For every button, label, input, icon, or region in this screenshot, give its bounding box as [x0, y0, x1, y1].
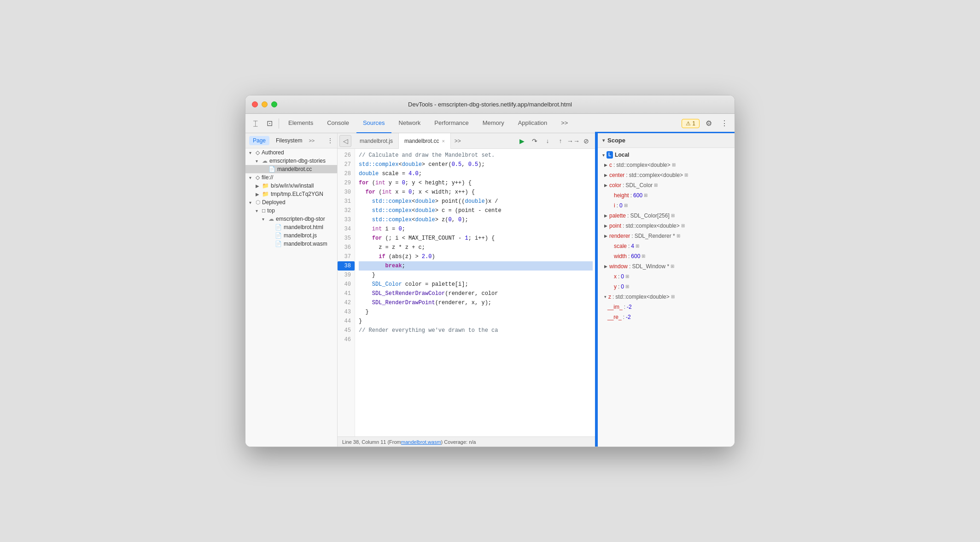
scope-prop-x[interactable]: ▶ x: 0 ⊞ — [598, 271, 735, 282]
tree-authored[interactable]: ▾ ◇ Authored — [245, 148, 337, 157]
tab-network[interactable]: Network — [392, 114, 427, 133]
scope-prop-scale[interactable]: ▶ scale: 4 ⊞ — [598, 241, 735, 251]
close-button[interactable] — [252, 101, 258, 107]
status-text: Line 38, Column 11 (From — [342, 439, 401, 445]
scope-prop-center[interactable]: ▶ center: std::complex<double> ⊞ — [598, 170, 735, 180]
file-tab-cc-close[interactable]: × — [442, 138, 444, 144]
authored-label: Authored — [262, 149, 284, 156]
code-panel: ◁ mandelbrot.js mandelbrot.cc × >> ▶ ↷ ↓… — [338, 133, 596, 447]
file-tab-js[interactable]: mandelbrot.js — [354, 133, 399, 149]
tree-emscripten-deployed[interactable]: ▾ ☁ emscripten-dbg-stor — [245, 215, 337, 223]
js-file-icon: 📄 — [275, 232, 282, 239]
scope-prop-re[interactable]: ▶ __re_: -2 — [598, 312, 735, 322]
line-35: 35 — [338, 234, 355, 243]
renderer-expand-icon: ▶ — [604, 232, 607, 240]
code-line-46: // Render everything we've drawn to the … — [359, 326, 593, 335]
inspect-icon[interactable]: ⌶ — [249, 117, 262, 130]
tab-elements[interactable]: Elements — [282, 114, 320, 133]
authored-icon: ◇ — [256, 149, 260, 156]
tree-emscripten[interactable]: ▾ ☁ emscripten-dbg-stories — [245, 157, 337, 165]
z-type-icon: ⊞ — [671, 293, 675, 301]
code-line-39: } — [359, 271, 593, 280]
deactivate-button[interactable]: ⊘ — [581, 136, 592, 147]
file-tabs-more[interactable]: >> — [451, 138, 465, 144]
tree-mandelbrot-js[interactable]: 📄 mandelbrot.js — [245, 231, 337, 240]
file-arrow-icon: ▾ — [249, 175, 256, 180]
emscripten-deployed-label: emscripten-dbg-stor — [276, 216, 325, 222]
scope-prop-window[interactable]: ▶ window: SDL_Window * ⊞ — [598, 261, 735, 271]
step-button[interactable]: →→ — [568, 136, 579, 147]
scope-prop-c[interactable]: ▶ c: std::complex<double> ⊞ — [598, 160, 735, 170]
line-38[interactable]: 38 — [338, 261, 355, 271]
device-icon[interactable]: ⊡ — [263, 117, 276, 130]
scope-prop-height[interactable]: ▶ height: 600 ⊞ — [598, 190, 735, 200]
tree-bswir[interactable]: ▶ 📁 b/s/w/ir/x/w/install — [245, 182, 337, 190]
width-type-icon: ⊞ — [642, 252, 645, 260]
minimize-button[interactable] — [262, 101, 268, 107]
scope-prop-point[interactable]: ▶ point: std::complex<double> ⊞ — [598, 221, 735, 231]
tree-top[interactable]: ▾ □ top — [245, 206, 337, 215]
c-type-icon: ⊞ — [672, 161, 676, 169]
maximize-button[interactable] — [271, 101, 277, 107]
scope-prop-im[interactable]: ▶ __im_: -2 — [598, 302, 735, 312]
more-tabs-button[interactable]: >> — [554, 114, 574, 133]
step-into-button[interactable]: ↓ — [542, 136, 553, 147]
step-out-button[interactable]: ↑ — [555, 136, 566, 147]
local-expand-icon: ▾ — [602, 153, 605, 158]
settings-icon[interactable]: ⚙ — [702, 117, 715, 130]
tree-mandelbrot-cc[interactable]: 📄 mandelbrot.cc — [245, 165, 337, 173]
deployed-label: Deployed — [262, 199, 286, 206]
step-over-button[interactable]: ↷ — [529, 136, 540, 147]
tree-tmp[interactable]: ▶ 📁 tmp/tmp.ELcTq2YGN — [245, 190, 337, 198]
tree-mandelbrot-html[interactable]: 📄 mandelbrot.html — [245, 223, 337, 231]
tab-performance[interactable]: Performance — [428, 114, 475, 133]
color-type-icon: ⊞ — [654, 181, 658, 189]
resume-button[interactable]: ▶ — [516, 136, 527, 147]
scope-prop-renderer[interactable]: ▶ renderer: SDL_Renderer * ⊞ — [598, 231, 735, 241]
scope-prop-palette[interactable]: ▶ palette: SDL_Color[256] ⊞ — [598, 211, 735, 221]
tree-deployed[interactable]: ▾ ⬡ Deployed — [245, 198, 337, 206]
code-line-43: } — [359, 307, 593, 317]
tree-file[interactable]: ▾ ◇ file:// — [245, 173, 337, 182]
tab-application[interactable]: Application — [512, 114, 554, 133]
panel-toggle-button[interactable]: ◁ — [339, 135, 351, 147]
line-43: 43 — [338, 307, 355, 317]
sidebar-header: Page Filesystem >> ⋮ — [245, 133, 337, 148]
code-line-36: z = z * z + c; — [359, 243, 593, 252]
scope-prop-color[interactable]: ▶ color: SDL_Color ⊞ — [598, 180, 735, 190]
cloud-icon: ☁ — [262, 158, 268, 164]
scope-prop-z[interactable]: ▾ z: std::complex<double> ⊞ — [598, 292, 735, 302]
line-34: 34 — [338, 224, 355, 234]
folder-icon-bswir: 📁 — [262, 183, 269, 189]
warning-badge[interactable]: ⚠ 1 — [682, 119, 700, 128]
main-content: Page Filesystem >> ⋮ ▾ ◇ Authored ▾ ☁ em… — [245, 133, 735, 447]
mandelbrot-js-label: mandelbrot.js — [284, 232, 317, 239]
i-type-icon: ⊞ — [624, 201, 628, 210]
center-type-icon: ⊞ — [684, 171, 688, 179]
tab-sources[interactable]: Sources — [356, 114, 391, 133]
window-type-icon: ⊞ — [671, 262, 674, 271]
file-cc-icon: 📄 — [268, 166, 275, 172]
line-41: 41 — [338, 289, 355, 298]
tab-console[interactable]: Console — [321, 114, 356, 133]
scope-prop-i[interactable]: ▶ i: 0 ⊞ — [598, 200, 735, 211]
file-tab-cc[interactable]: mandelbrot.cc × — [399, 133, 451, 149]
sidebar-tab-page[interactable]: Page — [249, 136, 269, 145]
code-line-29: for (int y = 0; y < height; y++) { — [359, 178, 593, 188]
point-expand-icon: ▶ — [604, 222, 607, 230]
tree-mandelbrot-wasm[interactable]: 📄 mandelbrot.wasm — [245, 240, 337, 248]
sidebar-menu-icon[interactable]: ⋮ — [327, 137, 333, 144]
tab-memory[interactable]: Memory — [476, 114, 511, 133]
scope-prop-width[interactable]: ▶ width: 600 ⊞ — [598, 251, 735, 261]
code-content[interactable]: // Calculate and draw the Mandelbrot set… — [355, 149, 596, 436]
emscripten-label: emscripten-dbg-stories — [269, 158, 326, 164]
y-type-icon: ⊞ — [625, 283, 629, 291]
sidebar-tab-filesystem[interactable]: Filesystem — [272, 136, 306, 145]
more-options-icon[interactable]: ⋮ — [718, 117, 731, 130]
sidebar-more-tabs[interactable]: >> — [309, 138, 315, 143]
mandelbrot-cc-label: mandelbrot.cc — [277, 166, 312, 172]
scope-prop-y[interactable]: ▶ y: 0 ⊞ — [598, 282, 735, 292]
scope-local-header[interactable]: ▾ L Local — [598, 150, 735, 160]
authored-arrow-icon: ▾ — [249, 150, 256, 155]
status-link[interactable]: mandelbrot.wasm — [401, 439, 441, 445]
